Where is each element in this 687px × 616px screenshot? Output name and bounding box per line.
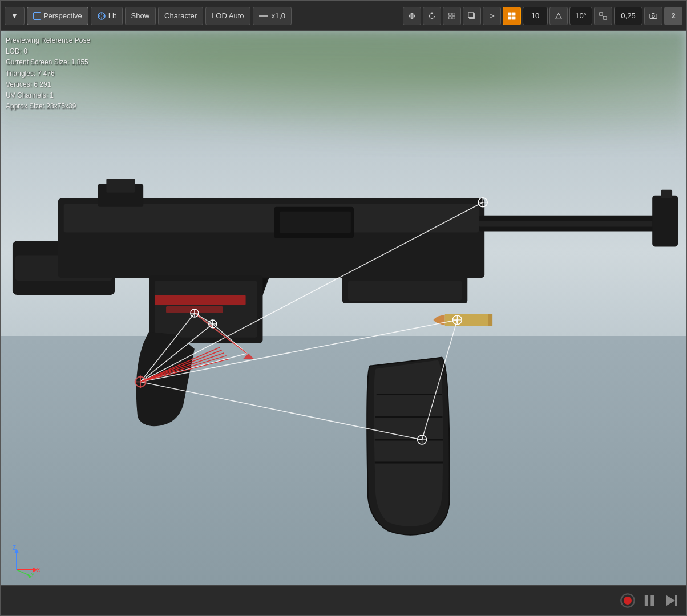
- info-line3: Current Screen Size: 1,855: [6, 57, 90, 68]
- record-button[interactable]: [620, 593, 636, 609]
- info-line6: UV Channels: 1: [6, 90, 90, 101]
- perspective-label: Perspective: [43, 11, 82, 20]
- lod-label: LOD Auto: [212, 11, 244, 20]
- axes-indicator: Z X Y: [8, 544, 42, 578]
- grid-view-button[interactable]: [503, 7, 521, 25]
- info-line2: LOD: 0: [6, 46, 90, 57]
- svg-point-33: [624, 597, 632, 605]
- svg-marker-36: [666, 595, 675, 606]
- svg-rect-15: [508, 16, 511, 19]
- svg-rect-8: [449, 16, 451, 18]
- gun-front-sight: [661, 190, 672, 198]
- gun-rear-sight-top: [106, 179, 135, 193]
- info-line1: Previewing Reference Pose: [6, 35, 90, 46]
- svg-rect-14: [512, 12, 515, 15]
- svg-rect-11: [468, 12, 474, 17]
- grid-size-input[interactable]: [523, 7, 548, 25]
- lit-icon: [97, 11, 106, 21]
- scale-line-icon: [259, 15, 268, 17]
- show-label: Show: [131, 11, 150, 20]
- bottom-bar: [1, 585, 686, 615]
- camera-settings-button[interactable]: [644, 7, 662, 25]
- gun-muzzle: [652, 196, 678, 247]
- lit-label: Lit: [108, 11, 116, 20]
- scale-button[interactable]: x1,0: [253, 7, 292, 25]
- svg-line-20: [603, 15, 604, 17]
- svg-rect-21: [650, 14, 657, 18]
- svg-text:Z: Z: [13, 545, 16, 551]
- svg-line-29: [17, 570, 30, 576]
- info-overlay: Previewing Reference Pose LOD: 0 Current…: [6, 35, 90, 112]
- arrow-button[interactable]: [483, 7, 501, 25]
- svg-text:X: X: [37, 567, 41, 573]
- gun-markings: [155, 295, 245, 305]
- cube-button[interactable]: [463, 7, 481, 25]
- snap-angle-input[interactable]: [569, 7, 592, 25]
- svg-rect-19: [604, 16, 607, 19]
- scene-svg: [1, 31, 686, 585]
- lod-button[interactable]: LOD Auto: [205, 7, 250, 25]
- svg-marker-17: [556, 13, 562, 19]
- grid3d-button[interactable]: [403, 7, 421, 25]
- bullet-base: [488, 314, 492, 326]
- viewport-container: ▼ Perspective Lit Show Character LOD Aut…: [0, 0, 687, 616]
- gun-foregrip-detail: [348, 281, 462, 301]
- scale-label: x1,0: [272, 11, 286, 20]
- dropdown-icon: ▼: [11, 11, 18, 20]
- svg-text:Y: Y: [31, 572, 35, 578]
- count-value: 2: [671, 11, 675, 20]
- rotate-button[interactable]: [423, 7, 441, 25]
- svg-marker-5: [430, 12, 433, 14]
- info-line4: Triangles: 7 476: [6, 68, 90, 79]
- count-badge[interactable]: 2: [664, 7, 682, 25]
- lit-button[interactable]: Lit: [91, 7, 123, 25]
- next-frame-button[interactable]: [663, 593, 679, 609]
- gun-barrel-shine: [479, 221, 666, 227]
- perspective-icon: [33, 12, 41, 20]
- triangle-button[interactable]: [549, 7, 568, 25]
- svg-rect-34: [645, 595, 648, 606]
- info-line5: Vertices: 6 291: [6, 79, 90, 90]
- pause-button[interactable]: [641, 593, 657, 609]
- scale-value-input[interactable]: [614, 7, 642, 25]
- svg-rect-16: [512, 16, 515, 19]
- svg-rect-37: [675, 595, 677, 606]
- svg-rect-35: [650, 595, 654, 606]
- bullet-casing: [444, 314, 490, 326]
- svg-rect-6: [449, 13, 451, 15]
- gun-top-rail: [64, 204, 479, 233]
- svg-rect-13: [508, 12, 511, 15]
- maximize-button[interactable]: [594, 7, 612, 25]
- gun-charging-detail: [280, 212, 351, 233]
- view-button[interactable]: [443, 7, 461, 25]
- character-button[interactable]: Character: [158, 7, 203, 25]
- svg-rect-9: [452, 16, 455, 18]
- svg-rect-18: [600, 12, 603, 15]
- svg-rect-7: [452, 13, 455, 15]
- dropdown-button[interactable]: ▼: [5, 7, 25, 25]
- svg-point-22: [652, 15, 654, 17]
- character-label: Character: [164, 11, 197, 20]
- viewport-scene: Previewing Reference Pose LOD: 0 Current…: [1, 31, 686, 585]
- toolbar-right: 2: [403, 7, 682, 25]
- info-line7: Approx Size: 28x75x39: [6, 101, 90, 112]
- toolbar: ▼ Perspective Lit Show Character LOD Aut…: [1, 1, 686, 31]
- gun-magazine-body: [374, 360, 443, 526]
- show-button[interactable]: Show: [125, 7, 156, 25]
- perspective-button[interactable]: Perspective: [27, 7, 88, 25]
